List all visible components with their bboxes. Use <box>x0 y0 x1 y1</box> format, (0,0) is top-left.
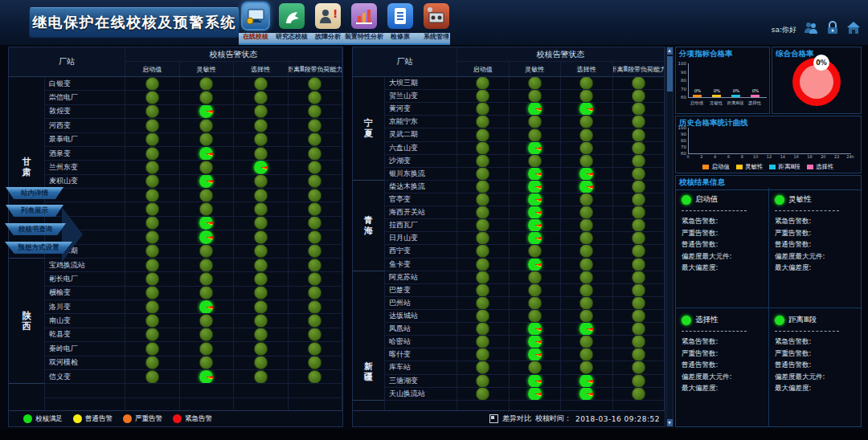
status-ok-icon[interactable] <box>632 323 645 336</box>
status-ok-icon[interactable] <box>632 168 645 181</box>
status-ok-icon[interactable] <box>254 175 268 189</box>
status-alarm-icon[interactable] <box>199 370 213 384</box>
status-ok-icon[interactable] <box>308 147 321 161</box>
station-name[interactable]: 景泰电厂 <box>45 133 125 147</box>
status-ok-icon[interactable] <box>632 348 645 361</box>
status-ok-icon[interactable] <box>476 284 489 297</box>
status-ok-icon[interactable] <box>528 90 542 103</box>
station-name[interactable]: 双河模检 <box>45 356 125 370</box>
status-ok-icon[interactable] <box>476 142 489 155</box>
status-ok-icon[interactable] <box>199 272 213 286</box>
status-alarm-icon[interactable] <box>528 348 542 361</box>
status-ok-icon[interactable] <box>632 128 645 141</box>
scroll-up-icon[interactable] <box>667 47 673 55</box>
status-ok-icon[interactable] <box>145 342 159 356</box>
status-ok-icon[interactable] <box>528 245 542 258</box>
status-alarm-icon[interactable] <box>528 194 542 206</box>
status-ok-icon[interactable] <box>476 245 489 258</box>
status-ok-icon[interactable] <box>579 232 593 245</box>
status-ok-icon[interactable] <box>145 314 159 328</box>
status-ok-icon[interactable] <box>254 342 268 356</box>
status-ok-icon[interactable] <box>308 161 321 174</box>
status-ok-icon[interactable] <box>145 119 159 132</box>
status-ok-icon[interactable] <box>632 103 645 116</box>
status-ok-icon[interactable] <box>308 370 321 384</box>
station-name[interactable]: 灵武二期 <box>385 128 457 141</box>
status-ok-icon[interactable] <box>199 287 213 300</box>
status-ok-icon[interactable] <box>254 272 268 286</box>
station-name[interactable]: 六盘山变 <box>385 142 457 155</box>
status-ok-icon[interactable] <box>145 105 159 119</box>
status-ok-icon[interactable] <box>308 133 321 147</box>
status-ok-icon[interactable] <box>579 128 593 141</box>
station-name[interactable]: 崇信电厂 <box>45 91 125 104</box>
station-name[interactable]: 贺兰山变 <box>385 90 457 103</box>
station-name[interactable]: 京能宁东 <box>385 116 457 128</box>
status-ok-icon[interactable] <box>579 297 593 310</box>
status-ok-icon[interactable] <box>632 259 645 271</box>
status-ok-icon[interactable] <box>632 297 645 310</box>
station-name[interactable]: 彬长电厂 <box>45 272 125 286</box>
status-alarm-icon[interactable] <box>199 217 213 230</box>
status-ok-icon[interactable] <box>528 77 542 90</box>
status-ok-icon[interactable] <box>476 77 489 90</box>
status-ok-icon[interactable] <box>476 323 489 336</box>
status-ok-icon[interactable] <box>145 272 159 286</box>
status-ok-icon[interactable] <box>145 328 159 342</box>
station-name[interactable]: 天山换流站 <box>385 388 457 401</box>
users-icon[interactable] <box>802 22 820 38</box>
menu-item-system-management[interactable]: 系统管理 <box>420 3 453 42</box>
status-ok-icon[interactable] <box>579 259 593 271</box>
status-ok-icon[interactable] <box>308 77 321 91</box>
status-ok-icon[interactable] <box>308 300 321 314</box>
status-ok-icon[interactable] <box>528 116 542 128</box>
station-name[interactable]: 柴达木换流 <box>385 181 457 194</box>
status-ok-icon[interactable] <box>579 194 593 206</box>
status-ok-icon[interactable] <box>254 287 268 300</box>
status-ok-icon[interactable] <box>254 147 268 161</box>
station-name[interactable]: 横榆变 <box>45 287 125 300</box>
status-ok-icon[interactable] <box>632 206 645 219</box>
side-button-list-view[interactable]: 列表展示 <box>6 205 63 217</box>
status-ok-icon[interactable] <box>254 259 268 272</box>
status-ok-icon[interactable] <box>579 90 593 103</box>
side-button-scenario-setting[interactable]: 预想方式设置 <box>5 242 72 254</box>
status-ok-icon[interactable] <box>145 175 159 189</box>
status-ok-icon[interactable] <box>476 388 489 401</box>
station-name[interactable]: 凤凰站 <box>385 323 457 336</box>
status-ok-icon[interactable] <box>476 90 489 103</box>
station-name[interactable]: 库车站 <box>385 361 457 374</box>
status-ok-icon[interactable] <box>199 133 213 147</box>
status-ok-icon[interactable] <box>579 271 593 284</box>
station-name[interactable]: 洛川变 <box>45 300 125 314</box>
status-ok-icon[interactable] <box>308 202 321 216</box>
status-ok-icon[interactable] <box>199 77 213 91</box>
status-ok-icon[interactable] <box>632 284 645 297</box>
status-alarm-icon[interactable] <box>528 323 542 336</box>
status-alarm-icon[interactable] <box>579 168 593 181</box>
status-ok-icon[interactable] <box>476 181 489 194</box>
status-alarm-icon[interactable] <box>528 181 542 194</box>
status-alarm-icon[interactable] <box>199 175 213 189</box>
status-alarm-icon[interactable] <box>199 147 213 161</box>
home-icon[interactable] <box>845 21 862 38</box>
station-name[interactable]: 乾县变 <box>45 328 125 342</box>
status-ok-icon[interactable] <box>308 356 321 370</box>
status-alarm-icon[interactable] <box>528 388 542 401</box>
station-name[interactable]: 鱼卡变 <box>385 259 457 271</box>
station-name[interactable]: 海西开关站 <box>385 206 457 219</box>
station-name[interactable]: 巴州站 <box>385 297 457 310</box>
status-ok-icon[interactable] <box>632 245 645 258</box>
status-ok-icon[interactable] <box>632 90 645 103</box>
status-ok-icon[interactable] <box>476 116 489 128</box>
station-name[interactable]: 达坂城站 <box>385 310 457 323</box>
status-ok-icon[interactable] <box>145 259 159 272</box>
status-ok-icon[interactable] <box>254 370 268 384</box>
status-alarm-icon[interactable] <box>579 103 593 116</box>
status-ok-icon[interactable] <box>254 189 268 202</box>
status-ok-icon[interactable] <box>632 232 645 245</box>
station-name[interactable]: 敦煌变 <box>45 105 125 119</box>
status-ok-icon[interactable] <box>254 356 268 370</box>
status-ok-icon[interactable] <box>528 310 542 323</box>
compare-label[interactable]: 差异对比 <box>502 414 531 424</box>
